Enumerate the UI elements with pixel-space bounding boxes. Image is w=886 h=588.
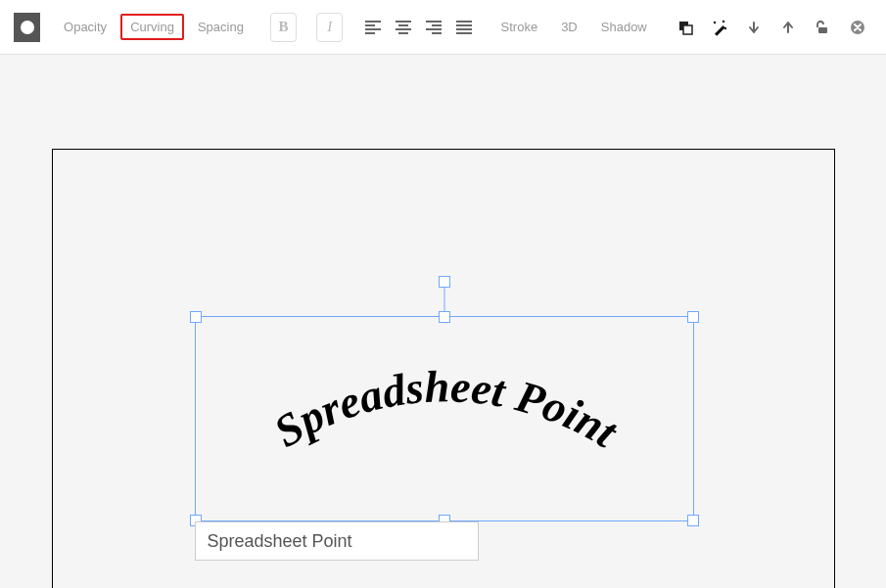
svg-rect-4 — [396, 21, 411, 23]
unlock-icon — [815, 20, 830, 35]
svg-rect-22 — [818, 27, 827, 33]
svg-point-19 — [714, 21, 716, 23]
svg-rect-3 — [365, 32, 375, 34]
canvas-area: Spreadsheet Point Spreadsheet Point — [0, 55, 886, 588]
stroke-button[interactable]: Stroke — [491, 14, 548, 40]
svg-rect-18 — [715, 25, 725, 36]
svg-rect-5 — [398, 24, 408, 26]
svg-rect-7 — [398, 32, 408, 34]
delete-button[interactable] — [844, 13, 870, 42]
align-right-button[interactable] — [420, 13, 446, 42]
align-right-icon — [426, 21, 442, 34]
svg-text:Spreadsheet Point: Spreadsheet Point — [265, 361, 627, 457]
curving-button[interactable]: Curving — [120, 14, 184, 40]
spacing-button[interactable]: Spacing — [188, 14, 254, 40]
svg-rect-14 — [456, 28, 472, 30]
bold-icon: B — [279, 19, 289, 35]
lock-button[interactable] — [810, 13, 836, 42]
svg-point-21 — [724, 26, 726, 28]
curved-text-content: Spreadsheet Point — [265, 361, 627, 457]
svg-rect-10 — [426, 28, 442, 30]
svg-rect-8 — [426, 21, 442, 23]
selection-box[interactable]: Spreadsheet Point — [195, 316, 694, 521]
italic-button[interactable]: I — [316, 13, 343, 42]
close-circle-icon — [850, 20, 865, 35]
three-d-button[interactable]: 3D — [551, 14, 587, 40]
svg-rect-6 — [396, 28, 411, 30]
duplicate-button[interactable] — [673, 13, 699, 42]
circle-icon — [21, 21, 34, 34]
align-justify-icon — [456, 21, 472, 34]
align-left-button[interactable] — [359, 13, 386, 42]
svg-rect-1 — [365, 24, 375, 26]
svg-rect-9 — [432, 24, 442, 26]
svg-rect-11 — [432, 32, 442, 34]
italic-icon: I — [327, 19, 332, 35]
text-edit-input[interactable]: Spreadsheet Point — [195, 521, 479, 561]
align-center-button[interactable] — [390, 13, 416, 42]
svg-rect-2 — [365, 28, 381, 30]
artboard[interactable]: Spreadsheet Point Spreadsheet Point — [52, 149, 835, 588]
svg-rect-12 — [456, 21, 472, 23]
text-edit-value: Spreadsheet Point — [208, 531, 352, 552]
align-justify-button[interactable] — [451, 13, 478, 42]
svg-rect-17 — [683, 25, 692, 34]
color-picker-swatch[interactable] — [14, 13, 40, 42]
rotation-handle[interactable] — [439, 276, 450, 288]
bold-button[interactable]: B — [270, 13, 297, 42]
arrow-down-icon — [747, 21, 761, 34]
svg-rect-15 — [456, 32, 472, 34]
curved-text-element[interactable]: Spreadsheet Point — [196, 317, 695, 522]
align-left-icon — [365, 21, 381, 34]
svg-rect-13 — [456, 24, 472, 26]
magic-wand-icon — [711, 19, 728, 36]
opacity-button[interactable]: Opacity — [54, 14, 117, 40]
toolbar: Opacity Curving Spacing B I — [0, 0, 886, 55]
svg-rect-0 — [365, 21, 381, 23]
effects-button[interactable] — [707, 13, 733, 42]
shadow-button[interactable]: Shadow — [591, 14, 657, 40]
arrow-up-icon — [781, 21, 795, 34]
duplicate-icon — [677, 20, 693, 35]
send-backward-button[interactable] — [741, 13, 768, 42]
bring-forward-button[interactable] — [775, 13, 802, 42]
align-center-icon — [396, 21, 411, 34]
svg-point-20 — [723, 20, 724, 22]
